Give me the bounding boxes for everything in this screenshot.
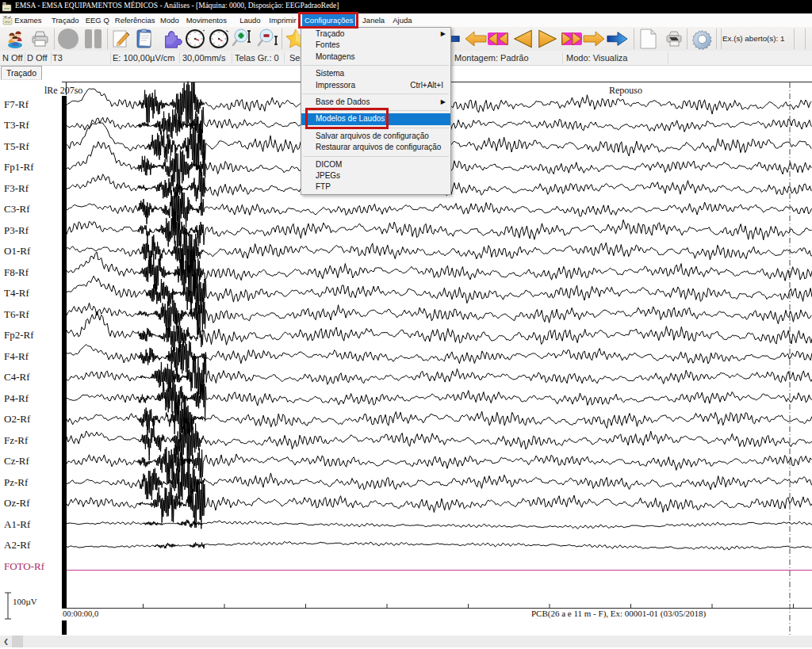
menu-item-label: Sistema bbox=[316, 69, 344, 78]
channel-label: T6-Rf bbox=[4, 308, 29, 321]
channel-label: T4-Rf bbox=[4, 287, 29, 300]
menu-item-label: Traçado bbox=[316, 29, 344, 38]
eeg-trace bbox=[67, 520, 812, 529]
channel-label: T5-Rf bbox=[4, 140, 29, 153]
menu-item-base-de-dados[interactable]: Base de Dados▶ bbox=[301, 97, 450, 108]
menu-item-sistema[interactable]: Sistema bbox=[301, 68, 450, 79]
channel-label: Fz-Rf bbox=[4, 434, 28, 447]
menu-item-montagens[interactable]: Montagens bbox=[301, 52, 450, 63]
event-marker-bar-lower bbox=[62, 620, 67, 635]
menu-item-tracado[interactable]: Traçado▶ bbox=[301, 29, 450, 40]
menu-item-salvar-arquivos-de-configuracao[interactable]: Salvar arquivos de configuração bbox=[301, 131, 450, 142]
channel-label: Cz-Rf bbox=[4, 455, 29, 468]
menu-item-label: Montagens bbox=[316, 52, 354, 61]
event-start-label: lRe 207so bbox=[44, 85, 82, 97]
channel-label: P4-Rf bbox=[4, 392, 29, 405]
channel-label: F8-Rf bbox=[4, 266, 29, 279]
channel-label: A2-Rf bbox=[4, 539, 30, 552]
menu-separator bbox=[301, 63, 450, 68]
menu-item-shortcut: Ctrl+Alt+I bbox=[410, 80, 443, 91]
menu-item-label: JPEGs bbox=[316, 171, 340, 180]
annotation-box-modelos-de-laudos bbox=[305, 108, 389, 129]
menu-item-jpegs[interactable]: JPEGs bbox=[301, 170, 450, 181]
channel-label: A1-Rf bbox=[4, 518, 30, 531]
channel-label: C3-Rf bbox=[4, 203, 30, 216]
eeg-trace bbox=[67, 294, 811, 334]
scroll-left-button[interactable]: ❮ bbox=[0, 636, 12, 647]
menu-separator bbox=[301, 91, 450, 97]
channel-label: C4-Rf bbox=[4, 371, 30, 384]
menu-item-restaurar-arquivos-de-configuracao[interactable]: Restaurar arquivos de configuração bbox=[301, 142, 450, 153]
menu-item-label: FTP bbox=[316, 182, 331, 191]
channel-label: F4-Rf bbox=[4, 350, 29, 363]
application-window: EMSA - EMSA EQUIPAMENTOS MÉDICOS - Análi… bbox=[0, 0, 812, 649]
horizontal-scrollbar[interactable]: ❮ bbox=[0, 636, 812, 647]
channel-label: Fp2-Rf bbox=[4, 329, 34, 342]
channel-label-foto: FOTO-Rf bbox=[4, 560, 44, 573]
menu-item-dicom[interactable]: DICOM bbox=[301, 159, 450, 170]
channel-label: P3-Rf bbox=[4, 224, 29, 237]
channel-label: Oz-Rf bbox=[4, 497, 30, 510]
menu-item-ftp[interactable]: FTP bbox=[301, 181, 450, 193]
channel-label: T3-Rf bbox=[4, 119, 29, 132]
menu-item-fontes[interactable]: Fontes bbox=[301, 40, 450, 51]
eeg-trace bbox=[67, 542, 812, 551]
menu-item-label: Salvar arquivos de configuração bbox=[316, 132, 429, 140]
stage-label: Repouso bbox=[568, 85, 684, 97]
scale-label: 100µV bbox=[13, 597, 37, 606]
submenu-arrow-icon: ▶ bbox=[441, 29, 446, 40]
patient-label: PCB(26 a e 11 m - F), Ex: 00001-01 (03/0… bbox=[531, 609, 706, 618]
submenu-arrow-icon: ▶ bbox=[441, 97, 446, 108]
event-marker-bar bbox=[62, 96, 67, 609]
channel-label: F3-Rf bbox=[4, 182, 29, 195]
menu-item-label: Base de Dados bbox=[316, 97, 370, 106]
menu-separator bbox=[301, 154, 450, 159]
scale-bracket bbox=[5, 593, 11, 619]
channel-label: Fp1-Rf bbox=[4, 161, 34, 174]
channel-label: O2-Rf bbox=[4, 413, 30, 426]
scroll-thumb[interactable] bbox=[12, 636, 23, 647]
channel-label: O1-Rf bbox=[4, 245, 30, 258]
eeg-trace bbox=[67, 338, 812, 380]
channel-label: Pz-Rf bbox=[4, 476, 28, 489]
menu-item-label: Fontes bbox=[316, 40, 340, 49]
menu-item-label: Impressora bbox=[316, 81, 355, 90]
menu-item-label: DICOM bbox=[316, 160, 342, 169]
channel-label: F7-Rf bbox=[4, 98, 29, 111]
menu-item-label: Restaurar arquivos de configuração bbox=[316, 143, 441, 151]
menu-item-impressora[interactable]: ImpressoraCtrl+Alt+I bbox=[301, 80, 450, 91]
time-label: 00:00:00,0 bbox=[63, 609, 98, 618]
annotation-box-configuracoes bbox=[298, 12, 358, 29]
